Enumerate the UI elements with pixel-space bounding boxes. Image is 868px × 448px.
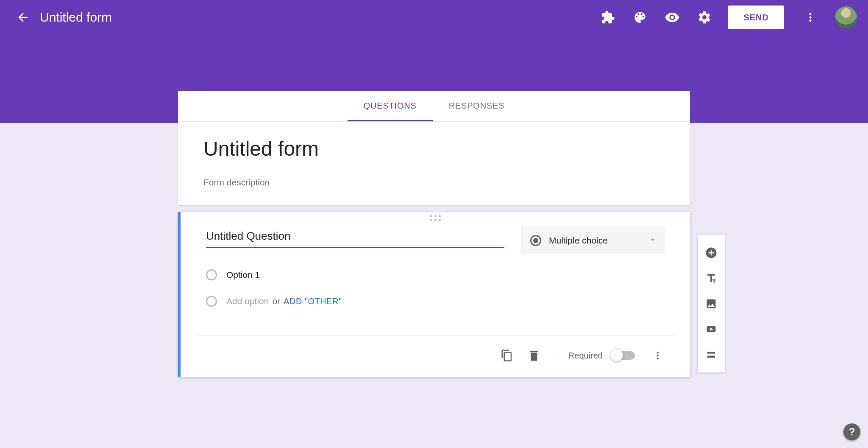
drag-handle[interactable] — [181, 212, 690, 223]
option-row — [206, 269, 665, 280]
tab-questions[interactable]: QUESTIONS — [348, 91, 433, 121]
required-label: Required — [568, 351, 603, 361]
side-toolbar — [698, 235, 725, 372]
svg-rect-2 — [707, 352, 715, 354]
account-avatar[interactable] — [835, 6, 857, 28]
drag-icon — [430, 215, 441, 221]
help-button[interactable]: ? — [843, 423, 860, 440]
required-toggle[interactable] — [611, 351, 635, 360]
question-footer: Required — [195, 336, 676, 377]
section-icon — [705, 349, 717, 361]
title-card: QUESTIONS RESPONSES — [178, 91, 690, 205]
document-title[interactable]: Untitled form — [40, 10, 112, 25]
tab-responses[interactable]: RESPONSES — [433, 91, 521, 121]
question-type-select[interactable]: Multiple choice — [521, 227, 665, 254]
back-button[interactable] — [11, 6, 35, 29]
add-video-button[interactable] — [699, 317, 723, 341]
question-more-button[interactable] — [646, 344, 670, 367]
option-1-input[interactable] — [226, 270, 337, 280]
radio-outline-icon — [206, 269, 217, 280]
puzzle-icon — [601, 10, 615, 25]
preview-button[interactable] — [659, 5, 685, 30]
radio-outline-icon — [206, 296, 217, 307]
divider — [557, 346, 557, 365]
radio-icon — [530, 235, 541, 246]
form-description-input[interactable] — [203, 177, 665, 188]
add-option-row: Add option or ADD "OTHER" — [206, 296, 665, 307]
eye-icon — [665, 10, 680, 25]
more-button[interactable] — [798, 5, 823, 30]
duplicate-button[interactable] — [495, 344, 519, 367]
tabs: QUESTIONS RESPONSES — [178, 91, 690, 122]
add-other-button[interactable]: ADD "OTHER" — [284, 297, 342, 306]
video-icon — [705, 323, 717, 335]
plus-circle-icon — [705, 246, 718, 259]
add-option-button[interactable]: Add option — [226, 296, 269, 306]
settings-button[interactable] — [692, 5, 717, 30]
copy-icon — [501, 349, 513, 362]
text-icon — [705, 272, 718, 285]
theme-button[interactable] — [627, 5, 653, 30]
svg-rect-3 — [707, 356, 715, 358]
add-section-button[interactable] — [699, 343, 723, 367]
add-question-button[interactable] — [699, 241, 723, 265]
arrow-left-icon — [16, 11, 30, 24]
palette-icon — [633, 10, 647, 25]
caret-down-icon — [648, 235, 657, 246]
question-title-input[interactable] — [206, 227, 504, 248]
form-container: QUESTIONS RESPONSES Multiple choice — [178, 91, 690, 377]
add-title-button[interactable] — [699, 266, 723, 290]
or-text: or — [272, 296, 280, 306]
image-icon — [705, 298, 717, 310]
more-vert-icon — [804, 11, 817, 24]
trash-icon — [528, 349, 540, 362]
delete-button[interactable] — [522, 344, 546, 367]
top-toolbar: Untitled form SEND — [0, 0, 868, 35]
question-type-label: Multiple choice — [549, 235, 648, 246]
more-vert-icon — [652, 350, 664, 361]
question-mark-icon: ? — [849, 426, 855, 438]
addons-button[interactable] — [595, 5, 620, 30]
form-title-input[interactable] — [203, 137, 665, 160]
send-button[interactable]: SEND — [728, 6, 784, 29]
question-card: Multiple choice Add option or ADD "OTHER… — [178, 212, 690, 377]
add-image-button[interactable] — [699, 292, 723, 316]
gear-icon — [697, 10, 712, 25]
